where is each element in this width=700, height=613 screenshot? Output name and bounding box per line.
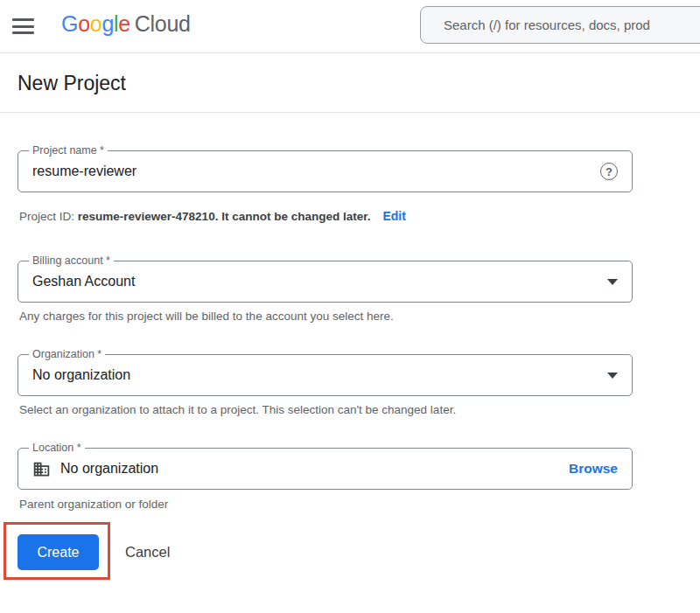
search-placeholder-text: Search (/) for resources, docs, prod [444,17,650,32]
create-button[interactable]: Create [18,534,99,570]
location-value: No organization [60,461,158,477]
organization-value: No organization [32,367,130,383]
search-input[interactable]: Search (/) for resources, docs, prod [420,6,700,44]
project-id-text: Project ID: resume-reviewer-478210. It c… [19,209,406,223]
browse-link[interactable]: Browse [569,461,618,477]
project-id-value: resume-reviewer-478210. [78,210,219,223]
project-id-note: It cannot be changed later. [218,210,370,223]
menu-icon[interactable] [12,18,34,35]
chevron-down-icon [607,373,618,379]
page-title: New Project [18,72,126,95]
top-app-bar: GoogleCloud Search (/) for resources, do… [0,0,700,53]
organization-helper-text: Select an organization to attach it to a… [19,403,456,416]
location-label: Location * [29,441,85,456]
google-logo-word: Google [61,11,130,36]
google-logo-cloud: Cloud [135,11,191,36]
cancel-button[interactable]: Cancel [125,534,170,570]
building-icon [32,460,51,478]
google-cloud-logo[interactable]: GoogleCloud [61,11,191,37]
location-field[interactable]: Location * No organization Browse [18,448,633,490]
project-name-value: resume-reviewer [32,164,136,179]
billing-account-value: Geshan Account [32,274,135,289]
billing-account-select[interactable]: Billing account * Geshan Account [18,261,633,303]
new-project-page: GoogleCloud Search (/) for resources, do… [0,0,700,613]
title-divider [0,112,700,113]
chevron-down-icon [607,279,618,285]
billing-account-label: Billing account * [29,254,114,268]
project-id-prefix: Project ID: [19,210,78,223]
project-name-label: Project name * [29,143,108,158]
organization-select[interactable]: Organization * No organization [18,354,633,396]
location-helper-text: Parent organization or folder [19,498,168,511]
help-icon[interactable]: ? [600,163,618,180]
project-name-input[interactable]: Project name * resume-reviewer ? [18,150,633,192]
organization-label: Organization * [29,347,105,362]
edit-project-id-link[interactable]: Edit [382,209,405,223]
billing-helper-text: Any charges for this project will be bil… [19,310,394,323]
